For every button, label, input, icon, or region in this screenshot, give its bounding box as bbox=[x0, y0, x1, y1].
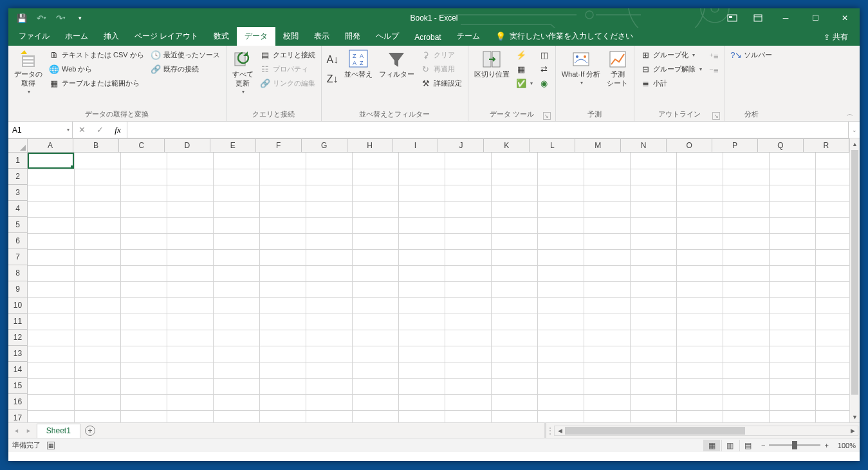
column-header-C[interactable]: C bbox=[119, 139, 165, 152]
normal-view-button[interactable]: ▦ bbox=[703, 440, 720, 451]
advanced-filter-button[interactable]: ⚒詳細設定 bbox=[418, 76, 465, 90]
row-header-15[interactable]: 15 bbox=[8, 378, 28, 394]
tell-me-search[interactable]: 💡実行したい作業を入力してください bbox=[488, 27, 641, 46]
existing-conn-button[interactable]: 🔗既存の接続 bbox=[148, 62, 223, 76]
column-header-G[interactable]: G bbox=[302, 139, 347, 152]
filter-button[interactable]: フィルター bbox=[376, 48, 417, 80]
column-header-N[interactable]: N bbox=[621, 139, 667, 152]
tab-insert[interactable]: 挿入 bbox=[96, 27, 127, 46]
page-break-view-button[interactable]: ▤ bbox=[739, 440, 756, 451]
from-text-csv-button[interactable]: 🗎テキストまたは CSV から bbox=[46, 48, 147, 62]
show-detail-button[interactable]: ⁺≡ bbox=[706, 49, 721, 63]
row-header-10[interactable]: 10 bbox=[8, 297, 28, 314]
tab-acrobat[interactable]: Acrobat bbox=[407, 29, 448, 46]
undo-button[interactable]: ↶ ▾ bbox=[33, 10, 50, 26]
recent-sources-button[interactable]: 🕓最近使ったソース bbox=[148, 48, 223, 62]
sheet-tab-sheet1[interactable]: Sheet1 bbox=[37, 424, 80, 438]
maximize-button[interactable]: ☐ bbox=[800, 8, 830, 28]
from-table-button[interactable]: ▦テーブルまたは範囲から bbox=[46, 76, 147, 90]
get-data-button[interactable]: データの 取得 bbox=[12, 48, 45, 97]
scroll-up-button[interactable]: ▲ bbox=[850, 138, 860, 149]
column-header-A[interactable]: A bbox=[28, 139, 73, 152]
forecast-sheet-button[interactable]: 予測 シート bbox=[604, 48, 631, 89]
row-header-13[interactable]: 13 bbox=[8, 346, 28, 362]
redo-button[interactable]: ↷ ▾ bbox=[52, 10, 69, 26]
sheet-tab-nav[interactable]: ◄► bbox=[8, 423, 37, 438]
column-header-H[interactable]: H bbox=[347, 139, 393, 152]
row-header-2[interactable]: 2 bbox=[8, 169, 28, 185]
column-header-R[interactable]: R bbox=[804, 139, 849, 152]
column-header-F[interactable]: F bbox=[256, 139, 302, 152]
column-header-J[interactable]: J bbox=[438, 139, 484, 152]
outline-dialog[interactable]: ↘ bbox=[712, 112, 720, 120]
minimize-button[interactable]: ─ bbox=[771, 8, 800, 28]
tab-file[interactable]: ファイル bbox=[11, 27, 57, 46]
v-scroll-thumb[interactable] bbox=[851, 150, 858, 395]
cancel-formula-button[interactable]: ✕ bbox=[73, 125, 91, 135]
row-header-11[interactable]: 11 bbox=[8, 314, 28, 330]
zoom-slider[interactable] bbox=[769, 444, 820, 446]
queries-conn-button[interactable]: ▤クエリと接続 bbox=[257, 48, 318, 62]
refresh-all-button[interactable]: すべて 更新 bbox=[230, 48, 256, 97]
expand-formula-bar-button[interactable]: ⌄ bbox=[848, 122, 860, 138]
row-header-3[interactable]: 3 bbox=[8, 185, 28, 201]
sort-asc-button[interactable]: A↓ bbox=[325, 52, 340, 68]
from-web-button[interactable]: 🌐Web から bbox=[46, 62, 147, 76]
new-sheet-button[interactable]: + bbox=[80, 423, 100, 438]
account-button[interactable] bbox=[719, 8, 745, 28]
tab-page-layout[interactable]: ページ レイアウト bbox=[127, 27, 206, 46]
tab-formulas[interactable]: 数式 bbox=[206, 27, 237, 46]
tab-split-handle[interactable]: ⋮ bbox=[546, 426, 553, 435]
reapply-button[interactable]: ↻再適用 bbox=[418, 62, 465, 76]
hide-detail-button[interactable]: ⁻≡ bbox=[706, 63, 721, 77]
qat-customize-button[interactable]: ▾ bbox=[71, 10, 88, 26]
row-header-8[interactable]: 8 bbox=[8, 265, 28, 281]
tab-team[interactable]: チーム bbox=[449, 27, 488, 46]
collapse-ribbon-button[interactable]: ︿ bbox=[844, 109, 856, 118]
solver-button[interactable]: ?↘ソルバー bbox=[728, 48, 775, 62]
properties-button[interactable]: ☷プロパティ bbox=[257, 62, 318, 76]
sort-button[interactable]: ZAAZ 並べ替え bbox=[342, 48, 375, 80]
row-header-14[interactable]: 14 bbox=[8, 362, 28, 378]
column-header-E[interactable]: E bbox=[210, 139, 256, 152]
column-header-K[interactable]: K bbox=[484, 139, 530, 152]
group-rows-button[interactable]: ⊞グループ化 bbox=[638, 48, 705, 62]
h-scroll-thumb[interactable] bbox=[565, 427, 745, 435]
remove-dup-button[interactable]: ▦ bbox=[513, 62, 535, 76]
whatif-button[interactable]: What-If 分析 bbox=[559, 48, 604, 88]
scroll-right-button[interactable]: ▶ bbox=[847, 428, 858, 434]
tab-developer[interactable]: 開発 bbox=[337, 27, 368, 46]
ungroup-button[interactable]: ⊟グループ解除 bbox=[638, 62, 705, 76]
tab-data[interactable]: データ bbox=[237, 27, 275, 46]
row-header-16[interactable]: 16 bbox=[8, 394, 28, 410]
row-header-7[interactable]: 7 bbox=[8, 249, 28, 265]
macro-record-icon[interactable]: ▦ bbox=[47, 442, 55, 449]
relationships-button[interactable]: ⇄ bbox=[537, 62, 552, 76]
scroll-down-button[interactable]: ▼ bbox=[850, 411, 860, 422]
row-header-17[interactable]: 17 bbox=[8, 410, 28, 422]
column-header-D[interactable]: D bbox=[165, 139, 210, 152]
row-header-1[interactable]: 1 bbox=[8, 153, 28, 169]
tab-review[interactable]: 校閲 bbox=[275, 27, 306, 46]
clear-filter-button[interactable]: ⚳クリア bbox=[418, 48, 465, 62]
sort-desc-button[interactable]: Z↓ bbox=[325, 71, 340, 88]
close-button[interactable]: ✕ bbox=[830, 8, 860, 28]
column-header-I[interactable]: I bbox=[393, 139, 439, 152]
horizontal-scrollbar[interactable]: ◀ ▶ bbox=[554, 426, 858, 436]
share-button[interactable]: ⇪共有 bbox=[818, 30, 853, 44]
column-header-P[interactable]: P bbox=[712, 139, 758, 152]
scroll-left-button[interactable]: ◀ bbox=[555, 428, 565, 434]
name-box[interactable]: A1 bbox=[8, 122, 73, 138]
insert-function-button[interactable]: fx bbox=[109, 125, 127, 135]
vertical-scrollbar[interactable]: ▲ ▼ bbox=[849, 138, 860, 422]
tab-help[interactable]: ヘルプ bbox=[368, 27, 407, 46]
subtotal-button[interactable]: ≣小計 bbox=[638, 76, 705, 90]
edit-links-button[interactable]: 🔗リンクの編集 bbox=[257, 76, 318, 90]
enter-formula-button[interactable]: ✓ bbox=[91, 125, 109, 135]
flash-fill-button[interactable]: ⚡ bbox=[513, 48, 535, 62]
consolidate-button[interactable]: ◫ bbox=[537, 48, 552, 62]
column-header-B[interactable]: B bbox=[73, 139, 119, 152]
column-header-M[interactable]: M bbox=[575, 139, 621, 152]
ribbon-display-button[interactable] bbox=[745, 8, 771, 28]
save-button[interactable]: 💾 bbox=[14, 10, 30, 26]
